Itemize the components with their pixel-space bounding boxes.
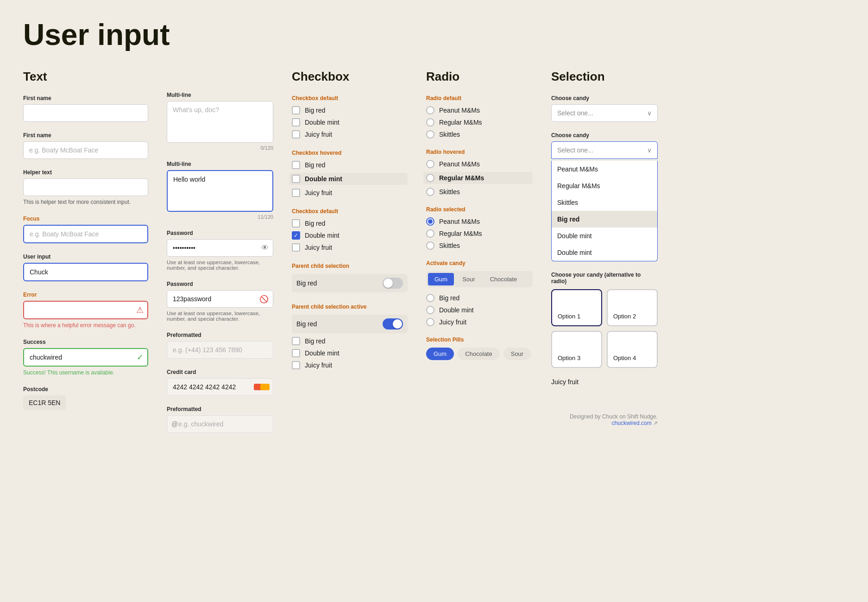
option-card-2[interactable]: Option 2 xyxy=(607,289,658,326)
radio-regular-2[interactable]: Regular M&Ms xyxy=(423,172,533,184)
multiline-column: Multi-line 0/120 Multi-line Hello world … xyxy=(167,70,273,443)
option-double-mint-1[interactable]: Double mint xyxy=(552,228,657,244)
dropdown-2-options: Peanut M&Ms Regular M&Ms Skittles Big re… xyxy=(551,161,658,261)
radio-label-7: Peanut M&Ms xyxy=(439,218,480,225)
radio-big-red-a[interactable]: Big red xyxy=(426,294,533,302)
error-input[interactable] xyxy=(23,301,148,319)
dropdown-2[interactable]: Select one... ∨ xyxy=(551,141,658,159)
option-double-mint-2[interactable]: Double mint xyxy=(552,244,657,261)
cb-box-1[interactable] xyxy=(292,106,300,114)
option-skittles[interactable]: Skittles xyxy=(552,194,657,211)
radio-regular-3[interactable]: Regular M&Ms xyxy=(426,229,533,238)
eye-closed-icon[interactable]: 🚫 xyxy=(259,295,269,304)
radio-circle-7[interactable] xyxy=(426,217,434,226)
radio-circle-8[interactable] xyxy=(426,229,434,238)
cb-label-1: Big red xyxy=(305,107,325,114)
eye-open-icon[interactable]: 👁 xyxy=(261,244,269,252)
radio-peanut-3[interactable]: Peanut M&Ms xyxy=(426,217,533,226)
cb-box-7[interactable] xyxy=(292,219,300,228)
radio-circle-a1[interactable] xyxy=(426,294,434,302)
radio-peanut-1[interactable]: Peanut M&Ms xyxy=(426,106,533,114)
option-1-label: Option 1 xyxy=(558,313,596,320)
cb-double-mint-1[interactable]: Double mint xyxy=(292,118,408,127)
cb-box-a2[interactable] xyxy=(292,349,300,357)
error-label: Error xyxy=(23,291,148,298)
radio-circle-3[interactable] xyxy=(426,130,434,139)
radio-circle-4[interactable] xyxy=(426,160,434,168)
checkbox-default-label: Checkbox default xyxy=(292,95,408,101)
dropdown-2-group: Choose candy Select one... ∨ Peanut M&Ms… xyxy=(551,132,658,261)
cb-box-5[interactable] xyxy=(292,175,300,183)
option-peanut-mms[interactable]: Peanut M&Ms xyxy=(552,161,657,177)
candy-tab-bar: Gum Sour Chocolate xyxy=(426,271,533,287)
option-card-3[interactable]: Option 3 xyxy=(551,331,602,368)
radio-circle-9[interactable] xyxy=(426,241,434,250)
option-card-4[interactable]: Option 4 xyxy=(607,331,658,368)
tab-gum[interactable]: Gum xyxy=(428,273,454,285)
cb-box-6[interactable] xyxy=(292,189,300,197)
radio-peanut-2[interactable]: Peanut M&Ms xyxy=(426,160,533,168)
cb-box-a1[interactable] xyxy=(292,337,300,345)
user-input-input[interactable] xyxy=(23,263,148,281)
cb-juicy-fruit-1[interactable]: Juicy fruit xyxy=(292,130,408,139)
option-card-1[interactable]: Option 1 xyxy=(551,289,602,326)
cb-juicy-fruit-2[interactable]: Juicy fruit xyxy=(292,189,408,197)
cb-box-2[interactable] xyxy=(292,118,300,127)
radio-skittles-3[interactable]: Skittles xyxy=(426,241,533,250)
parent-item-label: Big red xyxy=(296,279,317,287)
multiline-1-textarea[interactable] xyxy=(167,101,273,143)
radio-circle-a3[interactable] xyxy=(426,318,434,326)
cb-box-9[interactable] xyxy=(292,243,300,252)
tab-chocolate[interactable]: Chocolate xyxy=(484,273,524,285)
cb-box-8[interactable]: ✓ xyxy=(292,231,300,240)
credit-card-label: Credit card xyxy=(167,369,273,375)
multiline-1-label: Multi-line xyxy=(167,92,273,98)
first-name-input-1[interactable] xyxy=(23,104,148,122)
radio-circle-a2[interactable] xyxy=(426,306,434,314)
cb-box-a3[interactable] xyxy=(292,361,300,369)
footer: Designed by Chuck on Shift Nudge. chuckw… xyxy=(551,413,658,426)
helper-text-input[interactable] xyxy=(23,178,148,196)
radio-circle-1[interactable] xyxy=(426,106,434,114)
cb-box-4[interactable] xyxy=(292,161,300,169)
text-column: Text First name First name Helper text T… xyxy=(23,70,148,420)
radio-juicy-fruit-a[interactable]: Juicy fruit xyxy=(426,318,533,326)
password-1-input[interactable] xyxy=(167,239,273,257)
cb-active-double-mint[interactable]: Double mint xyxy=(292,349,408,357)
parent-child-active-toggle-row: Big red xyxy=(292,315,408,333)
multiline-2-textarea[interactable]: Hello world xyxy=(167,170,273,212)
tab-sour[interactable]: Sour xyxy=(456,273,481,285)
radio-circle-5[interactable] xyxy=(426,174,434,182)
radio-regular-1[interactable]: Regular M&Ms xyxy=(426,118,533,127)
preformatted-2-input[interactable] xyxy=(167,415,273,433)
pill-sour[interactable]: Sour xyxy=(503,348,531,360)
radio-circle-2[interactable] xyxy=(426,118,434,127)
parent-child-active-toggle[interactable] xyxy=(383,318,403,330)
pill-gum[interactable]: Gum xyxy=(426,348,454,360)
cb-double-mint-3[interactable]: ✓ Double mint xyxy=(292,231,408,240)
cb-big-red-1[interactable]: Big red xyxy=(292,106,408,114)
dropdown-1[interactable]: Select one... ∨ xyxy=(551,104,658,122)
option-regular-mms[interactable]: Regular M&Ms xyxy=(552,177,657,194)
option-cards-grid: Option 1 Option 2 Option 3 Option 4 xyxy=(551,289,658,368)
pill-chocolate[interactable]: Chocolate xyxy=(458,348,500,360)
cb-active-juicy-fruit[interactable]: Juicy fruit xyxy=(292,361,408,369)
cb-big-red-3[interactable]: Big red xyxy=(292,219,408,228)
cb-box-3[interactable] xyxy=(292,130,300,139)
password-2-input[interactable] xyxy=(167,290,273,308)
cb-double-mint-2[interactable]: Double mint xyxy=(289,173,408,185)
parent-child-toggle[interactable] xyxy=(383,278,403,289)
cb-juicy-fruit-3[interactable]: Juicy fruit xyxy=(292,243,408,252)
cb-active-big-red[interactable]: Big red xyxy=(292,337,408,345)
success-input[interactable] xyxy=(23,348,148,367)
radio-double-mint-a[interactable]: Double mint xyxy=(426,306,533,314)
radio-skittles-1[interactable]: Skittles xyxy=(426,130,533,139)
cb-big-red-2[interactable]: Big red xyxy=(292,161,408,169)
radio-circle-6[interactable] xyxy=(426,188,434,196)
footer-link[interactable]: chuckwired.com xyxy=(612,420,652,426)
first-name-input-2[interactable] xyxy=(23,141,148,159)
focus-input[interactable] xyxy=(23,225,148,243)
option-big-red[interactable]: Big red xyxy=(552,211,657,228)
preformatted-1-input[interactable] xyxy=(167,341,273,359)
radio-skittles-2[interactable]: Skittles xyxy=(426,188,533,196)
